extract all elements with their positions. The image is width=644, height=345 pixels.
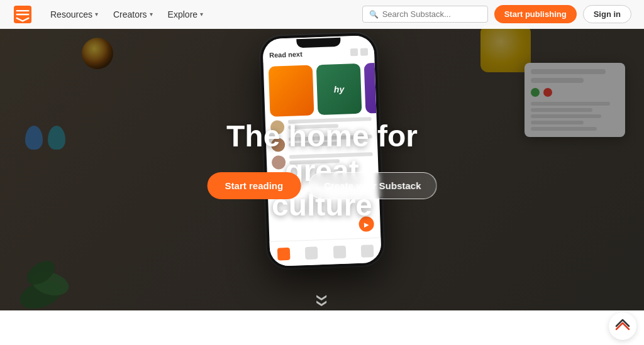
phone-notch (296, 38, 340, 48)
phone-search-icon (305, 246, 318, 260)
nav-resources[interactable]: Resources ▾ (44, 6, 104, 23)
nav-right: 🔍 Start publishing Sign in (362, 5, 631, 23)
phone-avatar-3 (272, 155, 286, 170)
phone-card-purple (364, 62, 377, 113)
phone-profile-icon (361, 244, 374, 258)
search-icon: 🔍 (369, 10, 379, 19)
phone-line-3a (289, 152, 373, 159)
phone-list (265, 117, 379, 170)
hero-section: Resources ▾ Creators ▾ Explore ▾ 🔍 Start… (0, 0, 644, 345)
phone-header-icons (350, 48, 368, 56)
nav-resources-chevron-icon: ▾ (95, 11, 98, 18)
phone-list-item-3 (272, 152, 374, 170)
sign-in-button[interactable]: Sign in (583, 5, 631, 23)
phone-text-2 (289, 134, 372, 147)
phone-card-text: hy (334, 84, 345, 95)
create-substack-button[interactable]: Create your Substack (308, 172, 436, 199)
phone-list-item-1 (270, 117, 372, 134)
phone-card-orange (269, 65, 314, 116)
start-publishing-button[interactable]: Start publishing (494, 5, 577, 23)
hero-cta-buttons: Start reading Create your Substack (208, 172, 437, 199)
bottom-right-logo (609, 312, 636, 340)
start-reading-button[interactable]: Start reading (208, 172, 301, 199)
search-box[interactable]: 🔍 (362, 6, 488, 23)
phone-screen: Read next hy (262, 35, 382, 266)
phone-line-3b (289, 159, 340, 165)
nav-explore[interactable]: Explore ▾ (162, 6, 209, 23)
phone-bell-icon (333, 245, 346, 258)
substack-logo[interactable] (13, 4, 33, 25)
scroll-indicator: ❯❯ (316, 294, 328, 304)
phone-text-1 (288, 117, 372, 129)
navbar: Resources ▾ Creators ▾ Explore ▾ 🔍 Start… (0, 0, 644, 29)
nav-links: Resources ▾ Creators ▾ Explore ▾ (44, 6, 362, 23)
phone-line-2b (289, 141, 339, 147)
nav-creators-chevron-icon: ▾ (150, 11, 153, 18)
phone-text-3 (289, 152, 373, 165)
phone-card-green: hy (316, 63, 362, 115)
phone-home-icon (277, 247, 291, 260)
nav-creators-label: Creators (113, 9, 147, 19)
phone-line-1b (288, 124, 338, 129)
nav-explore-label: Explore (168, 9, 197, 19)
phone-avatar-2 (271, 138, 286, 152)
phone-avatar-1 (270, 120, 285, 134)
nav-creators[interactable]: Creators ▾ (107, 6, 159, 23)
bottom-strip (0, 310, 644, 345)
phone-line-2a (289, 134, 372, 141)
phone-bottom-bar (269, 238, 381, 266)
phone-read-next-label: Read next (269, 50, 303, 59)
phone-mockup: Read next hy (260, 33, 384, 269)
phone-send-button: ▶ (358, 216, 374, 232)
nav-explore-chevron-icon: ▾ (200, 11, 203, 18)
phone-cards: hy (264, 59, 377, 121)
phone-list-item-2 (271, 134, 373, 152)
search-input[interactable] (382, 9, 481, 19)
nav-resources-label: Resources (50, 9, 92, 19)
